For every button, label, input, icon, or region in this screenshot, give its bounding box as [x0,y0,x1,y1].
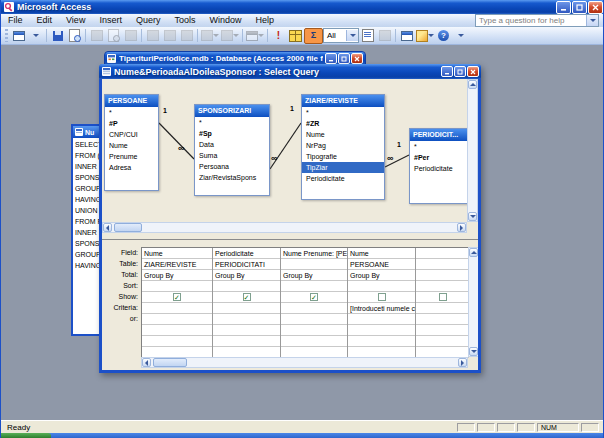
or-cell[interactable] [213,314,280,325]
view-dropdown-button[interactable] [27,28,44,43]
field-row[interactable]: Periodicitate [410,163,470,174]
total-cell[interactable]: Group By [142,270,212,281]
field-list-sponsorizari[interactable]: SPONSORIZARI * #Sp Data Suma Persoana Zi… [194,104,270,196]
or-cell[interactable] [416,314,469,325]
field-row[interactable]: Adresa [105,162,158,173]
scroll-right-icon[interactable] [458,358,467,367]
scroll-down-icon[interactable] [468,212,477,221]
db-minimize-button[interactable] [325,53,337,64]
scroll-up-icon[interactable] [468,80,477,89]
grid-vscrollbar[interactable] [468,247,478,357]
field-cell[interactable] [416,248,469,259]
menu-query[interactable]: Query [129,14,168,27]
field-row[interactable]: * [105,107,158,118]
sort-cell[interactable] [142,281,212,292]
field-cell[interactable]: Nume [142,248,212,259]
field-row[interactable]: Tipografie [302,151,384,162]
new-object-button[interactable] [415,28,435,43]
build-button[interactable] [376,28,393,43]
show-checkbox[interactable]: ✓ [243,293,251,301]
paste-button[interactable] [178,28,195,43]
scroll-down-icon[interactable] [469,347,478,356]
or-cell[interactable] [281,314,347,325]
maximize-button[interactable] [572,1,587,14]
empty-cell[interactable] [281,336,347,347]
query-maximize-button[interactable] [454,66,466,77]
table-cell[interactable] [281,259,347,270]
field-row[interactable]: Data [195,139,269,150]
empty-cell[interactable] [416,336,469,347]
table-cell[interactable]: PERIODICITATI [213,259,280,270]
db-close-button[interactable] [351,53,363,64]
pane-splitter[interactable] [102,239,478,240]
empty-cell[interactable] [213,336,280,347]
field-row[interactable]: CNP/CUI [105,129,158,140]
totals-button[interactable]: Σ [304,28,323,44]
cut-button[interactable] [144,28,161,43]
close-button[interactable] [588,1,603,14]
field-row[interactable]: * [195,117,269,128]
sort-cell[interactable] [416,281,469,292]
table-cell[interactable] [416,259,469,270]
sql-text[interactable]: SELECT FROM ( INNER SPONSO GROUP HAVING … [73,138,101,271]
db-maximize-button[interactable] [338,53,350,64]
field-list-persoane[interactable]: PERSOANE * #P CNP/CUI Nume Prenume Adres… [104,94,159,191]
query-type-button[interactable] [245,28,265,43]
empty-cell[interactable] [142,325,212,336]
hscroll-thumb[interactable] [153,358,187,367]
total-cell[interactable] [416,270,469,281]
scroll-up-icon[interactable] [469,248,478,257]
field-cell[interactable]: Periodicitate [213,248,280,259]
field-list-ziare-reviste[interactable]: ZIARE/REVISTE * #ZR Nume NrPag Tipografi… [301,94,385,200]
grid-hscrollbar[interactable] [141,357,468,368]
print-button[interactable] [88,28,105,43]
criteria-cell[interactable] [213,303,280,314]
field-row[interactable]: Periodicitate [302,173,384,184]
field-list-periodicitati[interactable]: PERIODICIT... * #Per Periodicitate [409,128,471,204]
field-row[interactable]: NrPag [302,140,384,151]
scroll-right-icon[interactable] [457,223,466,232]
database-window-button[interactable] [398,28,415,43]
or-cell[interactable] [142,314,212,325]
sql-window-titlebar[interactable]: Nu [73,126,101,138]
table-cell[interactable]: ZIARE/REVISTE [142,259,212,270]
sort-cell[interactable] [348,281,415,292]
table-title[interactable]: SPONSORIZARI [195,105,269,117]
field-row[interactable]: * [410,141,470,152]
help-button[interactable]: ? [435,28,452,43]
minimize-button[interactable] [556,1,571,14]
menu-help[interactable]: Help [248,14,281,27]
toolbar-options-button[interactable] [452,28,469,43]
menu-edit[interactable]: Edit [30,14,60,27]
criteria-cell[interactable] [142,303,212,314]
help-question-combo[interactable]: Type a question for help [475,14,599,27]
menu-insert[interactable]: Insert [92,14,129,27]
field-row[interactable]: * [302,107,384,118]
criteria-cell[interactable] [281,303,347,314]
show-checkbox[interactable]: ✓ [310,293,318,301]
query-minimize-button[interactable] [441,66,453,77]
menu-tools[interactable]: Tools [167,14,202,27]
table-cell[interactable]: PERSOANE [348,259,415,270]
undo-button[interactable] [200,28,220,43]
file-search-button[interactable] [66,28,83,43]
show-table-button[interactable] [287,28,304,43]
menu-view[interactable]: View [59,14,92,27]
run-button[interactable]: ! [270,28,287,43]
or-cell[interactable] [348,314,415,325]
show-checkbox[interactable] [378,293,386,301]
field-row[interactable]: Nume [105,140,158,151]
properties-button[interactable] [359,28,376,43]
query-window-titlebar[interactable]: Nume&PerioadaAlDoileaSponsor : Select Qu… [99,64,481,79]
table-pane-vscrollbar[interactable] [467,79,478,222]
total-cell[interactable]: Group By [281,270,347,281]
empty-cell[interactable] [142,336,212,347]
field-row[interactable]: #P [105,118,158,129]
empty-cell[interactable] [281,325,347,336]
sql-view-window[interactable]: Nu SELECT FROM ( INNER SPONSO GROUP HAVI… [71,124,101,336]
field-row[interactable]: #Per [410,152,470,163]
field-cell[interactable]: Nume [348,248,415,259]
field-row[interactable]: Suma [195,150,269,161]
scroll-left-icon[interactable] [142,358,151,367]
sort-cell[interactable] [281,281,347,292]
